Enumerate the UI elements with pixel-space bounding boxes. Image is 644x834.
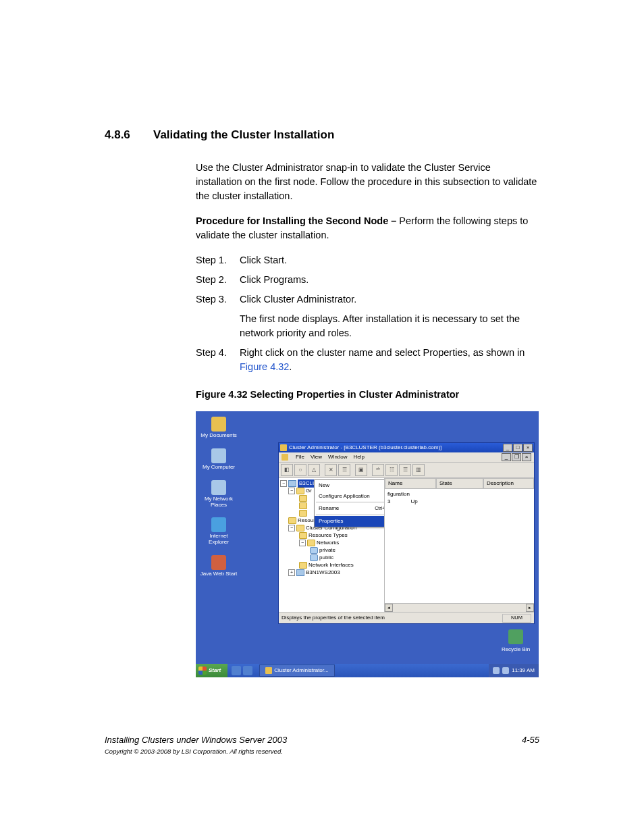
context-item-new[interactable]: New [315,480,385,491]
tree-node-networks[interactable]: Networks [317,539,339,547]
icon-label: Internet Explorer [200,533,238,546]
context-separator [316,515,385,515]
collapse-icon[interactable]: − [288,525,295,531]
task-label: Cluster Administrator... [274,667,328,675]
toolbar-button[interactable]: ▣ [355,464,367,476]
icon-label: Java Web Start [200,571,238,577]
toolbar-button[interactable]: ☷ [385,464,398,476]
child-restore-button[interactable]: ❐ [512,453,521,461]
step-label: Step 1. [196,253,240,267]
quick-launch [227,666,257,675]
toolbar-button[interactable]: ▥ [412,464,425,476]
toolbar-button[interactable]: ☰ [399,464,411,476]
window-title: Cluster Administrator - [B3CLUSTER (b3cl… [289,444,441,452]
step-label: Step 3. [196,292,240,307]
icon-label: Recycle Bin [497,646,535,654]
minimize-button[interactable]: _ [503,444,512,452]
desktop-icons: My Documents My Computer My Network Plac… [200,417,238,587]
titlebar[interactable]: Cluster Administrator - [B3CLUSTER (b3cl… [279,443,534,452]
clock: 11:39 AM [512,667,535,675]
cluster-admin-window: Cluster Administrator - [B3CLUSTER (b3cl… [278,442,535,624]
close-button[interactable]: × [523,444,533,452]
context-item-rename[interactable]: RenameCtrl+M [315,503,385,514]
computer-icon [211,448,226,463]
toolbar-properties-button[interactable]: ☰ [338,464,350,476]
step-label: Step 2. [196,273,240,287]
tree-node-network-interfaces[interactable]: Network Interfaces [308,561,354,569]
folder-icon [299,510,307,517]
content-area: − B3CLUSTER − Gr [279,478,534,612]
step-text: Click Cluster Administrator. [240,292,539,307]
scroll-track[interactable] [393,604,526,612]
taskbar-button-cluster-admin[interactable]: Cluster Administrator... [259,664,334,677]
collapse-icon[interactable]: − [299,540,306,546]
network-icon [211,480,226,495]
figure-link[interactable]: Figure 4.32 [240,361,289,372]
quick-launch-icon[interactable] [232,666,241,675]
horizontal-scrollbar[interactable]: ◂ ▸ [385,603,534,612]
folder-icon [211,417,226,432]
column-description[interactable]: Description [483,478,534,489]
desktop-icon-internet-explorer[interactable]: Internet Explorer [200,517,238,546]
column-state[interactable]: State [436,478,483,489]
context-separator [316,502,385,502]
desktop-icon-java-web-start[interactable]: Java Web Start [200,555,238,577]
tree-pane[interactable]: − B3CLUSTER − Gr [279,478,385,612]
tree-node-private[interactable]: private [319,546,336,554]
tree-node-public[interactable]: public [319,554,333,562]
step-row: Step 3. Click Cluster Administrator. [196,292,539,307]
quick-launch-icon[interactable] [243,666,252,675]
desktop-icon-my-network-places[interactable]: My Network Places [200,480,238,509]
expand-icon[interactable]: + [288,569,295,576]
app-icon [265,667,272,674]
child-window-controls: _ ❐ × [502,453,531,461]
child-minimize-button[interactable]: _ [502,453,511,461]
desktop-icon-my-computer[interactable]: My Computer [200,448,238,471]
collapse-icon[interactable]: − [280,480,287,487]
tree-node-resource-types[interactable]: Resource Types [308,531,348,540]
toolbar-button[interactable]: △ [308,464,320,476]
collapse-icon[interactable]: − [288,488,295,494]
column-name[interactable]: Name [385,478,436,489]
tray-icon[interactable] [493,667,500,674]
scroll-right-button[interactable]: ▸ [526,604,534,612]
tray-icon[interactable] [502,667,509,674]
footer-title: Installing Clusters under Windows Server… [105,735,287,745]
step-subtext: The first node displays. After installat… [240,312,539,340]
folder-icon [299,495,307,502]
scroll-left-button[interactable]: ◂ [385,604,393,612]
icon-label: My Network Places [200,496,238,509]
menu-view[interactable]: View [311,453,322,461]
window-controls: _ □ × [503,444,533,452]
start-button[interactable]: Start [196,664,227,677]
folder-icon [299,562,307,569]
section-number: 4.8.6 [105,128,153,142]
menu-window[interactable]: Window [328,453,347,461]
toolbar-delete-button[interactable]: ✕ [325,464,337,476]
context-item-configure[interactable]: Configure Application [315,491,385,502]
toolbar-button[interactable]: ○ [294,464,306,476]
statusbar-indicator: NUM [502,614,531,623]
toolbar-button[interactable]: ᵃᵇ [372,464,384,476]
app-icon [280,444,287,451]
list-pane[interactable]: Name State Description figuration 3 [385,478,534,612]
section-heading: 4.8.6 Validating the Cluster Installatio… [105,128,539,142]
desktop-icon-my-documents[interactable]: My Documents [200,417,238,439]
context-item-properties[interactable]: Properties [315,516,385,527]
list-row[interactable]: 3 Up [387,498,531,505]
list-row[interactable]: figuration [387,490,531,498]
toolbar-button[interactable]: ◧ [281,464,293,476]
desktop-icon-recycle-bin[interactable]: Recycle Bin [497,629,535,654]
cell-name: 3 [387,498,390,505]
tree-node-groups[interactable]: Gr [306,487,312,495]
figure-caption: Figure 4.32 Selecting Properties in Clus… [196,388,539,402]
child-close-button[interactable]: × [522,453,531,461]
tree-node-server[interactable]: B3N1WS2003 [306,569,340,577]
folder-icon [307,540,315,546]
step-text: Right click on the cluster name and sele… [240,346,539,374]
menu-file[interactable]: File [296,453,304,461]
paragraph: Use the Cluster Administrator snap-in to… [196,161,539,203]
icon-label: My Documents [200,433,238,439]
maximize-button[interactable]: □ [513,444,522,452]
menu-help[interactable]: Help [354,453,365,461]
